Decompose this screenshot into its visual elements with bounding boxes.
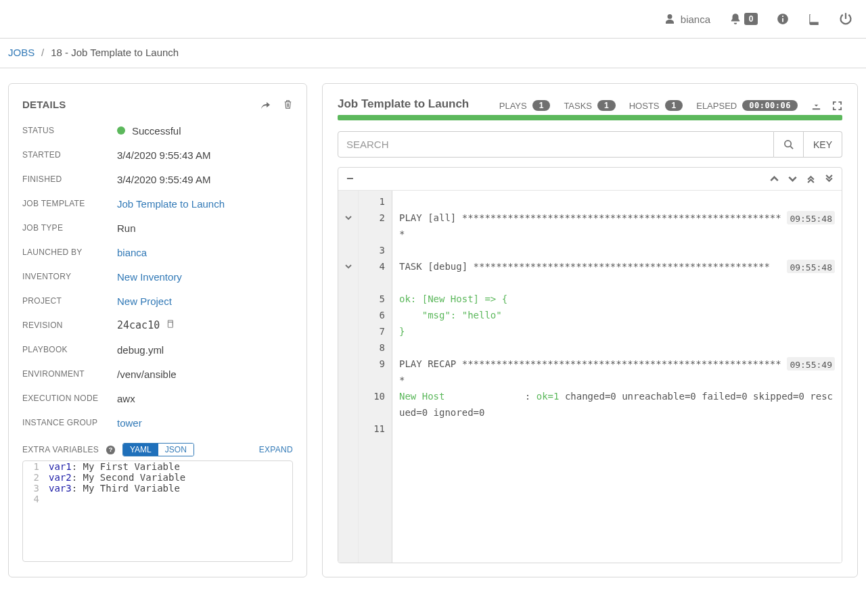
help-icon[interactable]: ?	[106, 445, 116, 455]
json-tab[interactable]: JSON	[158, 444, 193, 456]
search-button[interactable]	[774, 131, 804, 158]
playbook-value: debug.yml	[117, 344, 164, 356]
svg-point-2	[782, 16, 783, 17]
started-value: 3/4/2020 9:55:43 AM	[117, 149, 210, 161]
next-icon[interactable]	[788, 174, 797, 183]
breadcrumb-root[interactable]: JOBS	[8, 47, 35, 58]
launchedby-label: LAUNCHED BY	[22, 247, 117, 257]
breadcrumb-current: 18 - Job Template to Launch	[51, 47, 179, 58]
breadcrumb: JOBS / 18 - Job Template to Launch	[0, 39, 866, 68]
username: bianca	[681, 14, 710, 25]
main-content: DETAILS STATUSSuccessful STARTED3/4/2020…	[0, 68, 866, 592]
output-body: 1234567891011 PLAY [all] ***************…	[338, 191, 842, 563]
revision-value: 24cac10	[117, 319, 175, 331]
tasks-count: 1	[597, 100, 616, 111]
elapsed-time: 00:00:06	[742, 100, 798, 111]
project-label: PROJECT	[22, 296, 117, 306]
started-label: STARTED	[22, 150, 117, 160]
output-panel: Job Template to Launch PLAYS1 TASKS1 HOS…	[322, 83, 858, 577]
svg-rect-3	[168, 322, 173, 327]
jobtemplate-label: JOB TEMPLATE	[22, 199, 117, 208]
hosts-count: 1	[665, 100, 683, 111]
search-input[interactable]	[338, 131, 774, 158]
details-heading: DETAILS	[22, 99, 66, 110]
expand-output-icon[interactable]	[832, 101, 842, 111]
jobtype-label: JOB TYPE	[22, 223, 117, 233]
info-icon[interactable]	[777, 13, 789, 25]
execnode-value: awx	[117, 393, 135, 404]
notification-count: 0	[744, 13, 758, 25]
status-label: STATUS	[22, 126, 117, 135]
jobtype-value: Run	[117, 222, 136, 234]
extra-vars-editor[interactable]: 1var1: My First Variable 2var2: My Secon…	[22, 460, 293, 562]
environment-value: /venv/ansible	[117, 369, 177, 380]
status-value: Successful	[117, 125, 181, 137]
fold-toggle[interactable]	[338, 210, 358, 226]
revision-label: REVISION	[22, 321, 117, 330]
tasks-label: TASKS	[564, 101, 592, 111]
fold-gutter	[338, 191, 359, 563]
expand-link[interactable]: EXPAND	[259, 445, 293, 454]
timestamp: 09:55:48	[787, 211, 835, 224]
hosts-label: HOSTS	[629, 101, 660, 111]
playbook-label: PLAYBOOK	[22, 345, 117, 354]
line-numbers: 1234567891011	[359, 191, 392, 563]
svg-rect-1	[782, 18, 783, 22]
svg-point-6	[785, 141, 791, 147]
finished-value: 3/4/2020 9:55:49 AM	[117, 174, 210, 185]
yaml-tab[interactable]: YAML	[123, 444, 158, 456]
extras-label: EXTRA VARIABLES	[22, 445, 99, 454]
elapsed-label: ELAPSED	[696, 101, 737, 111]
inventory-label: INVENTORY	[22, 272, 117, 281]
output-title: Job Template to Launch	[338, 97, 469, 111]
status-dot-icon	[117, 126, 125, 135]
environment-label: ENVIRONMENT	[22, 369, 117, 379]
plays-label: PLAYS	[499, 101, 527, 111]
launchedby-link[interactable]: bianca	[117, 247, 147, 258]
prev-icon[interactable]	[770, 174, 779, 183]
user-menu[interactable]: bianca	[664, 14, 710, 25]
bottom-icon[interactable]	[825, 174, 834, 183]
svg-text:?: ?	[109, 446, 113, 453]
progress-bar	[338, 115, 842, 120]
output-text[interactable]: PLAY [all] *****************************…	[392, 191, 842, 563]
user-icon	[664, 14, 675, 24]
output-box: − 1234567891011	[338, 167, 842, 563]
instgroup-link[interactable]: tower	[117, 417, 142, 429]
docs-icon[interactable]	[808, 13, 820, 25]
format-toggle: YAML JSON	[122, 443, 194, 456]
timestamp: 09:55:49	[787, 357, 835, 371]
breadcrumb-separator: /	[41, 47, 44, 58]
top-bar: bianca 0	[0, 0, 866, 39]
download-icon[interactable]	[811, 101, 821, 111]
timestamp: 09:55:48	[787, 260, 835, 273]
plays-count: 1	[532, 100, 551, 111]
top-icon[interactable]	[806, 174, 815, 183]
inventory-link[interactable]: New Inventory	[117, 271, 182, 283]
execnode-label: EXECUTION NODE	[22, 394, 117, 403]
delete-icon[interactable]	[283, 99, 293, 110]
finished-label: FINISHED	[22, 174, 117, 184]
logout-icon[interactable]	[839, 12, 852, 26]
collapse-all-icon[interactable]: −	[346, 172, 354, 186]
project-link[interactable]: New Project	[117, 295, 172, 307]
key-button[interactable]: KEY	[804, 131, 842, 158]
notifications-button[interactable]: 0	[729, 13, 758, 25]
instgroup-label: INSTANCE GROUP	[22, 418, 117, 427]
jobtemplate-link[interactable]: Job Template to Launch	[117, 198, 225, 210]
relaunch-icon[interactable]	[260, 99, 271, 110]
details-panel: DETAILS STATUSSuccessful STARTED3/4/2020…	[8, 83, 307, 577]
copy-icon[interactable]	[165, 319, 175, 329]
fold-toggle[interactable]	[338, 258, 358, 275]
